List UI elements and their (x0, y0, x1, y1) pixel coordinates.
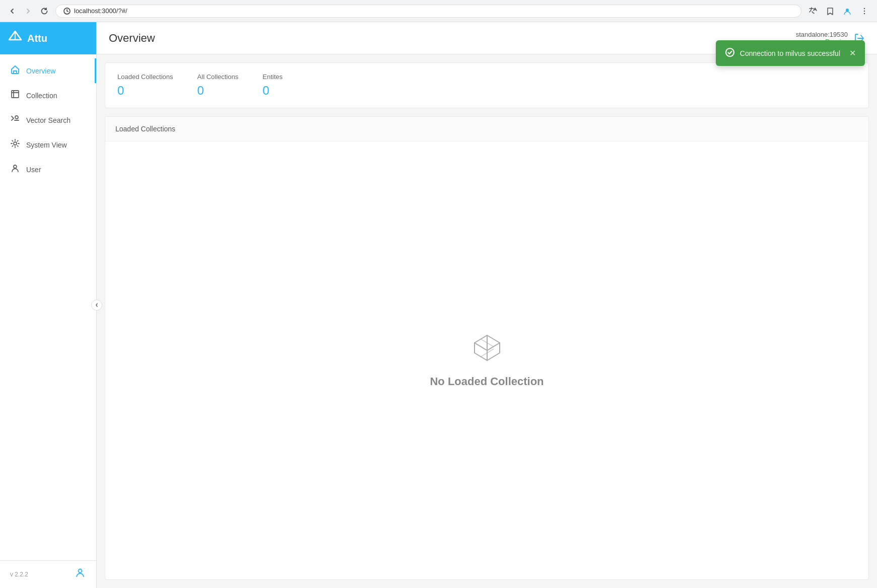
stat-all-collections: All Collections 0 (197, 73, 239, 98)
connection-server: standalone:19530 (796, 31, 848, 38)
sidebar-item-system-view-label: System View (26, 141, 67, 149)
empty-state: No Loaded Collection (105, 141, 868, 579)
loaded-section-header: Loaded Collections (105, 117, 868, 141)
collection-icon (10, 89, 20, 102)
address-bar[interactable]: localhost:3000/?#/ (55, 5, 801, 18)
svg-point-1 (846, 9, 849, 12)
main-content: Overview standalone:19530 Running Loaded… (97, 22, 877, 588)
url-input[interactable]: localhost:3000/?#/ (74, 7, 794, 15)
user-footer-button[interactable] (74, 567, 86, 582)
svg-point-2 (864, 8, 865, 9)
toast-message: Connection to milvus successful (740, 49, 840, 57)
translate-icon[interactable] (805, 5, 821, 18)
forward-button[interactable] (21, 5, 35, 17)
entities-label: Entites (262, 73, 283, 81)
logo-icon (8, 30, 22, 47)
stats-section: Loaded Collections 0 All Collections 0 E… (105, 62, 869, 108)
svg-point-4 (864, 13, 865, 14)
reload-button[interactable] (37, 5, 51, 17)
svg-point-9 (14, 142, 17, 145)
svg-rect-7 (12, 91, 19, 98)
sidebar-item-user-label: User (26, 166, 41, 174)
sidebar-item-system-view[interactable]: System View (0, 132, 96, 157)
user-nav-icon (10, 163, 20, 176)
empty-box-icon (472, 333, 502, 365)
sidebar-item-vector-search-label: Vector Search (26, 116, 71, 124)
svg-point-8 (15, 116, 18, 119)
entities-value: 0 (262, 84, 283, 98)
browser-chrome: localhost:3000/?#/ (0, 0, 877, 22)
stat-entities: Entites 0 (262, 73, 283, 98)
svg-point-12 (726, 48, 734, 56)
page-title: Overview (109, 32, 155, 45)
sidebar-item-user[interactable]: User (0, 157, 96, 182)
more-icon[interactable] (857, 5, 872, 18)
all-collections-label: All Collections (197, 73, 239, 81)
sidebar: Attu Overview Collection (0, 22, 97, 588)
sidebar-item-collection-label: Collection (26, 92, 57, 100)
version-text: v 2.2.2 (10, 571, 28, 578)
main-scroll: Loaded Collections 0 All Collections 0 E… (97, 54, 877, 588)
sidebar-collapse-button[interactable] (91, 300, 102, 311)
sidebar-item-overview-label: Overview (26, 67, 55, 75)
sidebar-nav: Overview Collection Vector Search (0, 54, 96, 560)
vector-search-icon (10, 114, 20, 126)
loaded-collections-label: Loaded Collections (117, 73, 173, 81)
toast-close-button[interactable]: ✕ (849, 48, 856, 58)
all-collections-value: 0 (197, 84, 239, 98)
sidebar-footer: v 2.2.2 (0, 560, 96, 588)
svg-point-11 (79, 569, 82, 573)
empty-text: No Loaded Collection (430, 375, 544, 388)
sidebar-item-overview[interactable]: Overview (0, 58, 96, 83)
logo-text: Attu (27, 33, 47, 44)
system-view-icon (10, 138, 20, 151)
bookmark-icon[interactable] (823, 5, 838, 18)
stat-loaded-collections: Loaded Collections 0 (117, 73, 173, 98)
home-icon (10, 64, 20, 77)
sidebar-item-collection[interactable]: Collection (0, 83, 96, 108)
profile-icon[interactable] (840, 5, 855, 18)
toast-notification: Connection to milvus successful ✕ (716, 40, 865, 66)
app-container: Attu Overview Collection (0, 22, 877, 588)
svg-point-3 (864, 10, 865, 11)
loaded-collections-value: 0 (117, 84, 173, 98)
sidebar-item-vector-search[interactable]: Vector Search (0, 108, 96, 132)
loaded-section: Loaded Collections No Loaded Collection (105, 116, 869, 580)
browser-actions (805, 5, 872, 18)
sidebar-header: Attu (0, 22, 96, 54)
svg-point-10 (14, 165, 17, 168)
toast-check-icon (725, 47, 735, 59)
nav-buttons (5, 5, 51, 17)
back-button[interactable] (5, 5, 19, 17)
